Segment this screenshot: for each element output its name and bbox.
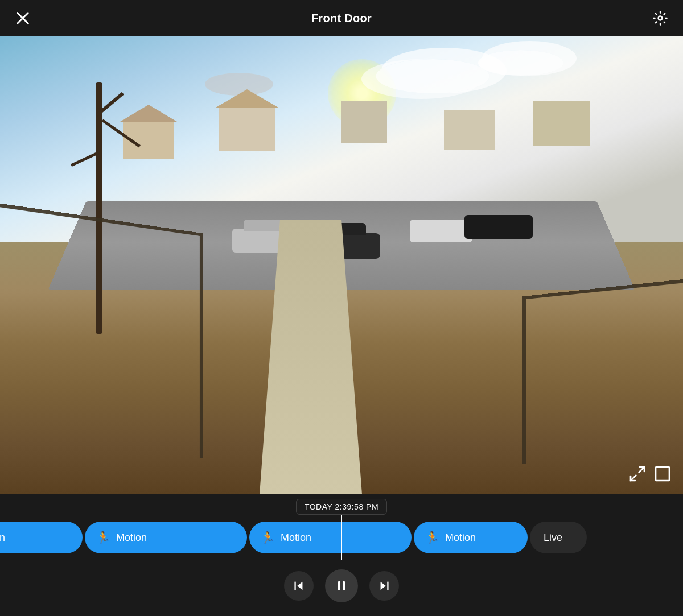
motion-icon-3: 🏃 [425,531,439,544]
motion-clip-3[interactable]: 🏃 Motion [414,522,528,553]
video-area [0,36,683,494]
svg-marker-10 [381,582,386,590]
page-title: Front Door [311,12,372,25]
header: Front Door [0,0,683,36]
svg-line-4 [631,476,636,481]
timestamp-badge: TODAY 2:39:58 PM [296,499,387,515]
motion-icon-1: 🏃 [96,531,110,544]
next-button[interactable] [369,571,399,601]
house-2 [219,105,275,151]
cloud-1 [376,59,489,93]
previous-button[interactable] [284,571,314,601]
settings-button[interactable] [649,7,672,30]
svg-rect-9 [343,581,345,590]
live-clip[interactable]: Live [530,522,587,553]
railing-left [0,202,203,490]
playback-controls [0,560,683,616]
timestamp-area: TODAY 2:39:58 PM [0,494,683,515]
timeline[interactable]: tion 🏃 Motion 🏃 Motion 🏃 Motion Live [0,515,683,560]
house-3 [342,101,387,143]
video-scene [0,36,683,494]
house-4 [444,110,495,150]
railing-right [522,278,683,481]
car-4 [464,215,533,239]
motion-clip-1[interactable]: 🏃 Motion [85,522,247,553]
motion-clip-1-label: Motion [116,532,147,544]
svg-rect-8 [338,581,340,590]
svg-rect-5 [656,467,669,481]
video-frame [0,36,683,494]
car-3 [410,220,472,242]
svg-line-3 [639,467,644,472]
expand-controls [628,465,672,483]
fullscreen-button[interactable] [653,465,672,483]
motion-clip-partial[interactable]: tion [0,522,83,553]
svg-point-2 [659,16,663,20]
live-label: Live [544,532,562,544]
motion-clip-2[interactable]: 🏃 Motion [249,522,412,553]
cloud-2 [478,50,563,76]
expand-button[interactable] [628,465,647,483]
motion-clip-3-label: Motion [445,532,476,544]
house-5 [533,101,590,146]
svg-marker-6 [297,582,302,590]
app-container: Front Door [0,0,683,616]
close-button[interactable] [11,7,34,30]
motion-clip-2-label: Motion [281,532,311,544]
motion-icon-2: 🏃 [261,531,275,544]
playhead [341,515,342,560]
partial-clip-label: tion [0,532,5,544]
pause-button[interactable] [325,569,358,602]
